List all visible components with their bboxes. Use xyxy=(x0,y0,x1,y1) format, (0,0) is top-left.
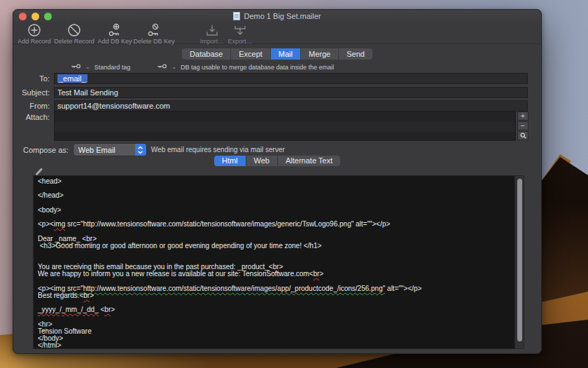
export-button[interactable]: Export… xyxy=(226,23,254,45)
scrollbar-thumb[interactable] xyxy=(517,179,522,341)
delete-record-button[interactable]: Delete Record xyxy=(52,23,96,45)
compose-as-popup[interactable]: Web Email xyxy=(74,144,146,156)
chevron-down-icon: ⌄ xyxy=(85,64,90,70)
chevron-down-icon: ⌄ xyxy=(172,64,176,70)
export-label: Export… xyxy=(227,38,252,45)
export-icon xyxy=(231,23,249,39)
attach-list[interactable] xyxy=(54,111,516,141)
db-tag-label: DB tag usable to merge database data ins… xyxy=(181,64,334,71)
compose-row: Compose as: Web Email Web email requires… xyxy=(23,144,285,156)
window-title: Demo 1 Big Set.mailer xyxy=(244,12,321,20)
to-label: To: xyxy=(13,74,50,83)
delete-db-key-icon xyxy=(145,23,163,39)
tab-mail[interactable]: Mail xyxy=(271,48,301,60)
to-value: _email_ xyxy=(57,74,88,83)
titlebar[interactable]: Demo 1 Big Set.mailer xyxy=(13,10,541,22)
tab-alternate-text[interactable]: Alternate Text xyxy=(278,156,340,166)
document-icon xyxy=(233,12,240,20)
toolbar: Add Record Delete Record Add DB Key Dele… xyxy=(13,22,541,44)
editor-content[interactable]: <head> </head> <body> <p><img src="http:… xyxy=(34,176,514,348)
add-db-key-icon xyxy=(106,23,124,39)
compose-as-value: Web Email xyxy=(74,146,135,154)
compose-hint: Web email requires sending via mail serv… xyxy=(151,146,285,154)
html-editor: <head> </head> <body> <p><img src="http:… xyxy=(33,175,524,349)
compose-as-label: Compose as: xyxy=(23,146,69,154)
attach-label: Attach: xyxy=(13,113,50,121)
import-icon xyxy=(203,23,221,39)
delete-record-label: Delete Record xyxy=(54,38,94,45)
add-record-icon xyxy=(25,23,43,39)
delete-db-key-label: Delete DB Key xyxy=(133,38,174,45)
tab-merge[interactable]: Merge xyxy=(301,48,339,60)
delete-db-key-button[interactable]: Delete DB Key xyxy=(134,23,174,45)
db-tag-key-icon xyxy=(157,63,167,71)
subject-field[interactable]: Test Mail Sending xyxy=(54,87,528,98)
popup-arrows-icon xyxy=(135,144,146,156)
to-field[interactable]: _email_ xyxy=(54,73,528,84)
attach-remove-button[interactable]: − xyxy=(517,121,528,130)
import-button[interactable]: Import… xyxy=(198,23,226,45)
mailer-window: Demo 1 Big Set.mailer Add Record Delete … xyxy=(13,9,542,354)
add-db-key-label: Add DB Key xyxy=(97,38,132,45)
add-record-label: Add Record xyxy=(18,38,51,45)
editor-scrollbar xyxy=(514,176,524,348)
attach-controls: + − xyxy=(517,111,528,140)
from-label: From: xyxy=(13,102,50,110)
window-title-area: Demo 1 Big Set.mailer xyxy=(13,10,541,22)
tab-database[interactable]: Database xyxy=(182,48,231,60)
tab-except[interactable]: Except xyxy=(231,48,271,60)
attach-add-button[interactable]: + xyxy=(517,111,528,121)
add-db-key-button[interactable]: Add DB Key xyxy=(96,23,134,45)
tab-html[interactable]: Html xyxy=(214,156,246,166)
main-tab-bar: Database Except Mail Merge Send xyxy=(13,48,541,60)
attach-search-button[interactable] xyxy=(517,131,528,140)
editor-tab-bar: Html Web Alternate Text xyxy=(13,156,541,166)
tab-web[interactable]: Web xyxy=(246,156,278,166)
add-record-button[interactable]: Add Record xyxy=(16,23,52,45)
tag-legend: ⌄ Standard tag ⌄ DB tag usable to merge … xyxy=(71,63,334,71)
tab-send[interactable]: Send xyxy=(339,48,372,60)
standard-tag-label: Standard tag xyxy=(94,64,131,71)
standard-tag-key-icon xyxy=(71,63,81,71)
import-label: Import… xyxy=(200,38,225,45)
subject-label: Subject: xyxy=(13,88,50,97)
delete-record-icon xyxy=(65,23,83,39)
from-field[interactable]: support14@tensionsoftware.com xyxy=(54,100,528,111)
